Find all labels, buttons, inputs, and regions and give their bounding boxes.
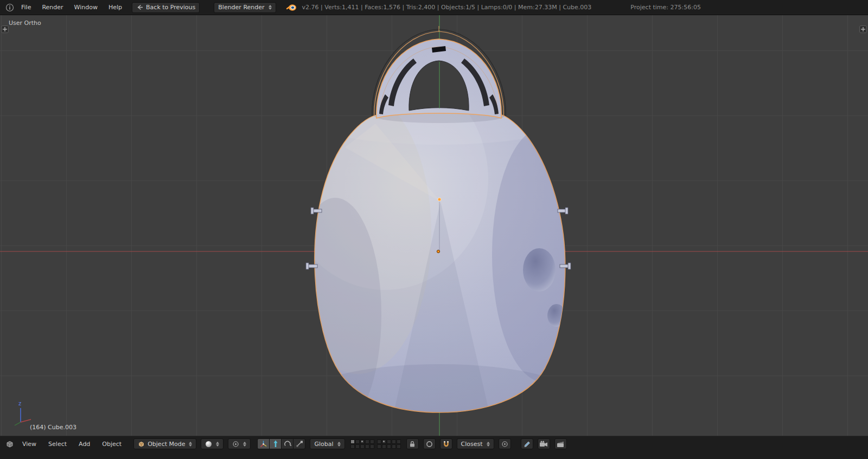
render-engine-value: Blender Render [218, 4, 264, 11]
layer-toggle[interactable] [387, 439, 391, 444]
layer-toggle[interactable] [360, 439, 365, 444]
scene-statistics: v2.76 | Verts:1,411 | Faces:1,576 | Tris… [302, 4, 592, 11]
render-animation-button[interactable] [554, 438, 567, 449]
layer-toggle[interactable] [377, 439, 381, 444]
proportional-editing-icon [426, 441, 433, 448]
view-name-label: User Ortho [9, 20, 41, 27]
viewport-editor-icon [5, 440, 14, 448]
render-image-button[interactable] [538, 438, 550, 449]
layer-toggle[interactable] [382, 439, 386, 444]
opengl-render-button[interactable] [521, 438, 533, 449]
dropdown-arrows-icon [337, 442, 341, 447]
back-to-previous-button[interactable]: Back to Previous [132, 2, 200, 13]
object-mode-cube-icon [138, 441, 145, 448]
snap-element-value: Closest [461, 441, 483, 448]
layer-toggle[interactable] [377, 444, 381, 449]
region-expand-button-left[interactable] [1, 25, 9, 33]
layer-toggle[interactable] [397, 444, 401, 449]
crater-large [523, 248, 556, 292]
menu-file[interactable]: File [16, 4, 36, 11]
layer-toggle[interactable] [392, 444, 396, 449]
object-origin-dot [437, 250, 439, 253]
orientation-value: Global [314, 441, 333, 448]
mode-select[interactable]: Object Mode [133, 438, 196, 449]
snap-element-select[interactable]: Closest [457, 438, 494, 449]
top-header: File Render Window Help Back to Previous… [0, 0, 868, 15]
layer-toggle[interactable] [365, 444, 369, 449]
layer-toggle[interactable] [350, 444, 355, 449]
menu-render[interactable]: Render [36, 4, 68, 11]
editor-type-button-3dview[interactable] [3, 438, 16, 449]
lock-to-scene-button[interactable] [406, 438, 419, 449]
layers-group [350, 439, 374, 449]
snap-target-button[interactable] [499, 438, 511, 449]
lock-icon [409, 440, 416, 448]
editor-type-button-info[interactable] [3, 2, 16, 13]
layer-toggle[interactable] [382, 444, 386, 449]
back-arrow-icon [136, 4, 143, 10]
info-editor-icon [5, 3, 14, 12]
manipulator-buttons [257, 438, 305, 449]
mesh-object-cube-003[interactable] [282, 39, 595, 436]
crater-small [547, 304, 566, 327]
menu-object[interactable]: Object [97, 441, 127, 448]
pivot-point-icon [232, 441, 239, 448]
layer-toggle[interactable] [392, 439, 396, 444]
plus-icon [861, 27, 865, 31]
layer-toggle[interactable] [370, 444, 374, 449]
viewport-shading-select[interactable] [201, 438, 224, 449]
layer-toggle[interactable] [397, 439, 401, 444]
render-animation-icon [557, 441, 564, 448]
blender-window: { "top_header": { "menus": ["File", "Ren… [0, 0, 868, 459]
dropdown-arrows-icon [216, 442, 219, 447]
render-image-icon [539, 441, 548, 447]
layers-group [377, 439, 401, 449]
active-object-label: (164) Cube.003 [30, 424, 76, 431]
shading-sphere-icon [205, 441, 212, 448]
opengl-render-icon [523, 441, 531, 448]
menu-select[interactable]: Select [43, 441, 72, 448]
rotate-manipulator-button[interactable] [281, 438, 293, 449]
render-engine-select[interactable]: Blender Render [214, 2, 276, 13]
menu-help[interactable]: Help [103, 4, 127, 11]
translate-manipulator-button[interactable] [269, 438, 282, 449]
gizmo-z-label: z [18, 400, 21, 406]
back-button-label: Back to Previous [146, 4, 195, 11]
rotate-manipulator-icon [284, 440, 291, 448]
region-expand-button-right[interactable] [859, 25, 867, 33]
dropdown-arrows-icon [243, 442, 246, 447]
layer-toggle[interactable] [355, 444, 360, 449]
dropdown-arrows-icon [269, 5, 272, 10]
menu-add[interactable]: Add [73, 441, 95, 448]
viewport-scene: z [0, 15, 868, 436]
project-time: Project time: 275:56:05 [630, 4, 701, 11]
manipulator-axis-icon [259, 440, 267, 448]
blender-logo-icon [286, 3, 297, 12]
translate-manipulator-icon [272, 440, 279, 448]
scale-manipulator-button[interactable] [293, 438, 305, 449]
scale-manipulator-icon [296, 440, 303, 448]
layer-toggle[interactable] [370, 439, 374, 444]
layer-toggle[interactable] [360, 444, 365, 449]
layers-widget [350, 439, 401, 449]
proportional-editing-button[interactable] [423, 438, 436, 449]
layer-toggle[interactable] [350, 439, 355, 444]
dropdown-arrows-icon [189, 442, 192, 447]
layer-toggle[interactable] [355, 439, 360, 444]
pivot-point-select[interactable] [228, 438, 251, 449]
mode-select-value: Object Mode [148, 441, 185, 448]
layer-toggle[interactable] [387, 444, 391, 449]
manipulator-toggle-button[interactable] [257, 438, 270, 449]
viewport-header: View Select Add Object Object Mode [0, 436, 868, 459]
axis-gizmo: z [15, 400, 31, 425]
dropdown-arrows-icon [487, 442, 490, 447]
object-median-dot [438, 198, 441, 201]
menu-window[interactable]: Window [69, 4, 103, 11]
snap-target-icon [501, 441, 508, 448]
transform-orientation-select[interactable]: Global [310, 438, 344, 449]
magnet-icon [443, 441, 450, 448]
menu-view[interactable]: View [17, 441, 42, 448]
snap-toggle-button[interactable] [440, 438, 452, 449]
viewport-3d[interactable]: z User Ortho (164) Cube.003 [0, 15, 868, 436]
layer-toggle[interactable] [365, 439, 369, 444]
